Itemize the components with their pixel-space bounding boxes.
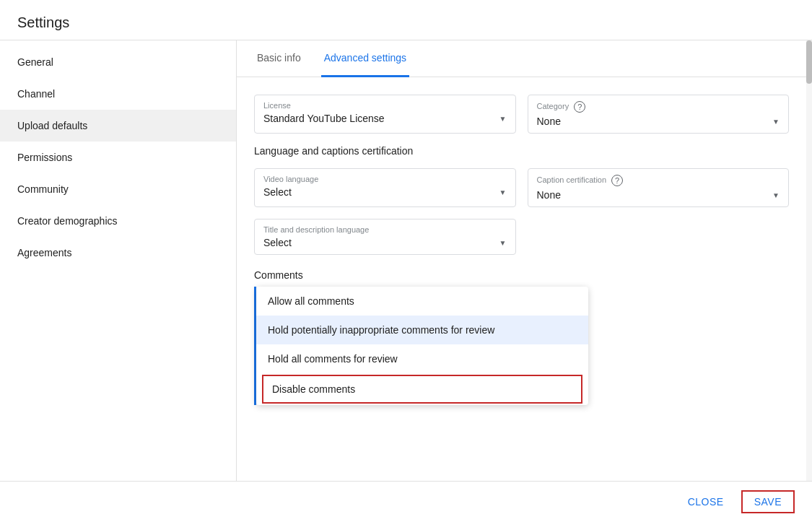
category-label: Category ?	[537, 101, 780, 113]
dropdown-item-allow-all[interactable]: Allow all comments	[256, 287, 588, 316]
title-desc-lang-chevron-icon: ▼	[499, 239, 507, 247]
dropdown-item-disable[interactable]: Disable comments	[262, 375, 582, 404]
license-value: Standard YouTube License	[263, 113, 385, 124]
caption-cert-label: Caption certification ?	[537, 175, 780, 186]
sidebar-item-general[interactable]: General	[0, 46, 236, 78]
sidebar-item-permissions[interactable]: Permissions	[0, 142, 236, 173]
category-dropdown[interactable]: Category ? None ▼	[528, 95, 790, 134]
sidebar-item-creator-demographics[interactable]: Creator demographics	[0, 205, 236, 237]
license-dropdown[interactable]: License Standard YouTube License ▼	[254, 95, 516, 134]
category-chevron-icon: ▼	[772, 118, 780, 126]
category-help-icon[interactable]: ?	[574, 101, 585, 113]
sidebar-item-community[interactable]: Community	[0, 173, 236, 205]
tab-basic-info[interactable]: Basic info	[254, 40, 304, 77]
video-language-label: Video language	[263, 175, 507, 183]
save-button[interactable]: SAVE	[741, 490, 795, 513]
content-area: Basic info Advanced settings License Sta…	[237, 40, 806, 481]
caption-cert-value: None	[537, 189, 561, 201]
video-language-dropdown[interactable]: Video language Select ▼	[254, 168, 516, 207]
language-section-title: Language and captions certification	[254, 145, 789, 157]
tabs-bar: Basic info Advanced settings	[237, 40, 806, 77]
video-language-value: Select	[263, 186, 292, 198]
scrollbar-thumb[interactable]	[806, 40, 812, 84]
sidebar-item-channel[interactable]: Channel	[0, 78, 236, 110]
language-section: Language and captions certification Vide…	[254, 145, 789, 255]
caption-cert-chevron-icon: ▼	[772, 191, 780, 199]
dropdown-item-hold-inappropriate[interactable]: Hold potentially inappropriate comments …	[256, 316, 588, 344]
tab-advanced-settings[interactable]: Advanced settings	[321, 40, 409, 77]
category-value: None	[537, 116, 561, 127]
title-desc-language-dropdown[interactable]: Title and description language Select ▼	[254, 219, 516, 255]
dropdown-item-hold-all[interactable]: Hold all comments for review	[256, 344, 588, 373]
title-desc-lang-label: Title and description language	[263, 225, 507, 234]
language-cert-row: Video language Select ▼ Caption certific…	[254, 168, 789, 207]
comments-section: Comments Allow all comments Hold potenti…	[254, 269, 789, 405]
scrollbar-track[interactable]	[806, 40, 812, 481]
license-category-row: License Standard YouTube License ▼ Categ…	[254, 95, 789, 134]
close-button[interactable]: CLOSE	[676, 490, 735, 513]
sidebar: General Channel Upload defaults Permissi…	[0, 40, 237, 481]
advanced-settings-content: License Standard YouTube License ▼ Categ…	[237, 77, 806, 481]
sidebar-item-agreements[interactable]: Agreements	[0, 237, 236, 269]
caption-help-icon[interactable]: ?	[611, 175, 623, 186]
caption-cert-dropdown[interactable]: Caption certification ? None ▼	[528, 168, 790, 207]
sidebar-item-upload-defaults[interactable]: Upload defaults	[0, 110, 236, 142]
comments-dropdown-menu: Allow all comments Hold potentially inap…	[256, 287, 588, 405]
license-chevron-icon: ▼	[499, 115, 507, 123]
license-label: License	[263, 101, 507, 110]
title-desc-row: Title and description language Select ▼	[254, 219, 789, 255]
page-title: Settings	[17, 14, 795, 31]
video-language-chevron-icon: ▼	[499, 188, 507, 196]
comments-section-title: Comments	[254, 269, 789, 281]
title-desc-lang-value: Select	[263, 237, 292, 248]
footer-bar: CLOSE SAVE	[0, 481, 812, 522]
